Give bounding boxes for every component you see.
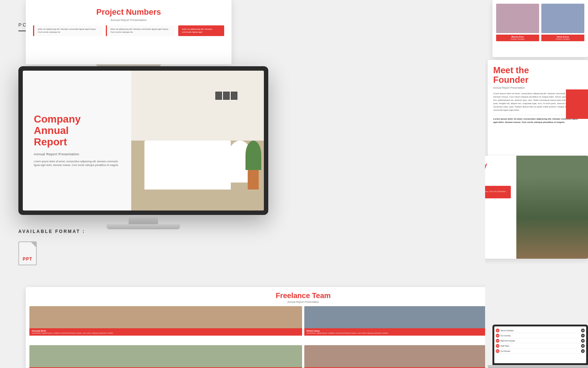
monitor-screen: Company Annual Report Annual Report Pres… xyxy=(23,71,264,210)
room-frame-3 xyxy=(231,92,237,100)
monitor-stand-neck xyxy=(129,215,158,224)
laptop-screen-wrapper: 01 About Company 06 02 Our Journey 07 03… xyxy=(492,325,588,365)
ppt-badge: PPT xyxy=(23,256,32,262)
freelance-card-info-1: Amanda Birth consectetur adipiscing eli,… xyxy=(29,328,302,336)
room-wall xyxy=(131,71,264,148)
team-member-1: Marcia Fino Graphic Designer xyxy=(496,4,539,41)
team-member-photo-1 xyxy=(496,4,539,33)
freelance-member-photo-1 xyxy=(29,306,302,328)
format-icon-container: PPT xyxy=(18,241,143,267)
project-numbers-cards: dolor sit adipiscing elit. Aenean commod… xyxy=(33,25,224,36)
laptop-toc-num-4: 04 xyxy=(496,344,499,348)
laptop-toc-content: 01 About Company 06 02 Our Journey 07 03… xyxy=(494,326,586,355)
pn-card-3: dolor sit adipiscing elit. Aenean commod… xyxy=(178,25,224,36)
pn-card-1: dolor sit adipiscing elit. Aenean commod… xyxy=(33,25,103,36)
company-story-desc-text: Lorem ipsum c commodo ligu... massa. Cum… xyxy=(485,190,508,196)
available-label: AVAILABLE FORMAT : xyxy=(18,229,143,234)
laptop-toc-label-3: Meet the Founder xyxy=(501,340,580,342)
company-story-right xyxy=(516,156,588,259)
laptop-toc-num-right-4: 09 xyxy=(581,344,585,348)
laptop-toc-item-4: 04 Staff Team 09 xyxy=(496,343,585,348)
room-frames xyxy=(215,92,237,100)
team-member-2: Alicia Farys Graphic Designer xyxy=(541,4,584,41)
laptop-base xyxy=(488,365,588,368)
meet-founder-subtitle: Annual Report Presentation xyxy=(493,86,582,89)
laptop-toc-num-2: 02 xyxy=(496,334,499,337)
company-story-slide: Company Story Annual Report Pr... Story … xyxy=(485,156,588,259)
team-member-role-1: Graphic Designer xyxy=(497,38,538,40)
file-icon-corner xyxy=(31,242,36,247)
laptop-toc-label-5: Our Service xyxy=(501,350,580,352)
freelance-card-1: Amanda Birth consectetur adipiscing eli,… xyxy=(29,306,302,343)
company-story-title: Company Story xyxy=(485,161,511,179)
project-numbers-slide: Project Numbers Annual Report Presentati… xyxy=(26,0,232,64)
freelance-card-3: Lauren Florencia xyxy=(29,345,302,368)
team-top-slide: Marcia Fino Graphic Designer Alicia Fary… xyxy=(492,0,588,57)
company-story-subtitle: Annual Report Pr... xyxy=(485,180,511,183)
slide-right-image xyxy=(131,71,264,210)
laptop-toc-num-right-5: 10 xyxy=(581,349,585,353)
slide-company-title: Company Annual Report xyxy=(34,114,120,148)
meet-founder-slide: Meet the Founder Annual Report Presentat… xyxy=(488,60,588,156)
freelance-member-photo-3 xyxy=(29,345,302,367)
pn-card-1-text: dolor sit adipiscing elit. Aenean commod… xyxy=(38,28,99,34)
laptop-toc-num-1: 01 xyxy=(496,329,499,332)
laptop-toc-item-5: 05 Our Service 10 xyxy=(496,348,585,354)
room-frame-2 xyxy=(223,92,230,100)
laptop-toc-num-right-1: 06 xyxy=(581,329,585,332)
right-panel: Marcia Fino Graphic Designer Alicia Fary… xyxy=(485,0,588,368)
room-bed xyxy=(144,141,231,190)
monitor-container: Company Annual Report Annual Report Pres… xyxy=(18,66,268,229)
room-frame-1 xyxy=(215,92,222,100)
monitor-screen-wrapper: Company Annual Report Annual Report Pres… xyxy=(18,66,268,215)
room-illustration xyxy=(131,71,264,210)
laptop-toc-num-right-2: 07 xyxy=(581,334,585,337)
laptop-screen: 01 About Company 06 02 Our Journey 07 03… xyxy=(494,326,586,363)
laptop-toc-item-3: 03 Meet the Founder 08 xyxy=(496,338,585,343)
laptop-toc-label-2: Our Journey xyxy=(501,335,580,337)
pn-card-2: dolor sit adipiscing elit. Aenean commod… xyxy=(106,25,176,36)
room-plant xyxy=(245,141,261,190)
team-grid: Marcia Fino Graphic Designer Alicia Fary… xyxy=(492,0,588,45)
slide-body-text: Lorem ipsum dolor sit amet, consectetur … xyxy=(34,160,120,167)
team-member-role-2: Graphic Designer xyxy=(542,38,583,40)
room-plant-leaves xyxy=(245,141,261,170)
team-member-bar-2: Alicia Farys Graphic Designer xyxy=(541,35,584,41)
pn-card-3-text: dolor sit adipiscing elit. Aenean commod… xyxy=(182,28,220,34)
laptop-toc-item-2: 02 Our Journey 07 xyxy=(496,333,585,338)
laptop-container: 01 About Company 06 02 Our Journey 07 03… xyxy=(492,325,588,368)
slide-left-content: Company Annual Report Annual Report Pres… xyxy=(23,71,131,210)
room-plant-pot xyxy=(248,170,259,190)
company-story-desc-box: Story Description Lorem ipsum c commodo … xyxy=(485,186,511,198)
company-story-left: Company Story Annual Report Pr... Story … xyxy=(485,156,516,206)
laptop-toc-num-right-3: 08 xyxy=(581,339,585,343)
pn-card-2-text: dolor sit adipiscing elit. Aenean commod… xyxy=(111,28,172,34)
monitor-stand-base xyxy=(107,224,180,229)
meet-founder-photo xyxy=(566,89,588,119)
project-numbers-subtitle: Annual Report Presentation xyxy=(33,18,224,22)
slide-subtitle: Annual Report Presentation xyxy=(34,152,120,156)
team-member-bar-1: Marcia Fino Graphic Designer xyxy=(496,35,539,41)
company-story-plant-image xyxy=(516,156,588,259)
team-member-photo-2 xyxy=(541,4,584,33)
file-icon: PPT xyxy=(18,241,40,267)
project-numbers-title: Project Numbers xyxy=(33,7,224,17)
laptop-toc-label-1: About Company xyxy=(501,329,580,332)
freelance-member-desc-1: consectetur adipiscing eli, curabitur co… xyxy=(32,332,300,334)
laptop-toc-item-1: 01 About Company 06 xyxy=(496,328,585,333)
meet-founder-title: Meet the Founder xyxy=(493,66,582,85)
laptop-toc-label-4: Staff Team xyxy=(501,345,580,347)
laptop-toc-num-5: 05 xyxy=(496,349,499,353)
laptop-toc-num-3: 03 xyxy=(496,339,499,343)
file-icon-body: PPT xyxy=(18,241,37,265)
